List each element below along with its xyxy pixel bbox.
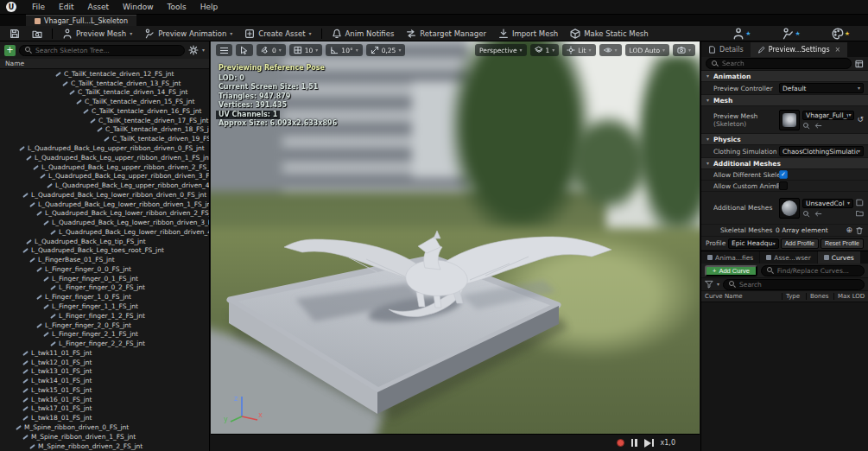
tree-row[interactable]: L_Quadruped_Back_Leg_upper_ribbon_driven… bbox=[0, 143, 209, 153]
skeleton-tree-list[interactable]: C_TailK_tentacle_driven_12_FS_jntC_TailK… bbox=[0, 69, 209, 451]
tab-preview-settings[interactable]: Preview...Settings × bbox=[751, 42, 848, 57]
profile-dropdown[interactable]: Epic Headquarters▾ bbox=[728, 238, 779, 249]
pause-button[interactable] bbox=[631, 439, 637, 447]
tree-settings-gear-icon[interactable] bbox=[188, 45, 199, 55]
tree-row[interactable]: L_Finger_finger_2_2_FS_jnt bbox=[0, 339, 209, 348]
tree-row[interactable]: L_twk11_01_FS_jnt bbox=[0, 348, 209, 358]
tree-row[interactable]: L_twk13_01_FS_jnt bbox=[0, 367, 209, 377]
preview-mesh-dropdown[interactable]: Vhagar_Full_v000▾ bbox=[802, 111, 854, 120]
skeleton-tree-search[interactable] bbox=[19, 45, 185, 56]
section-physics[interactable]: ▾Physics bbox=[701, 134, 868, 145]
browse-asset-icon[interactable] bbox=[802, 122, 810, 130]
play-forward-button[interactable] bbox=[644, 439, 654, 448]
trash-icon[interactable] bbox=[855, 226, 864, 235]
reset-to-default-icon[interactable]: ↺ bbox=[857, 116, 864, 124]
tree-row[interactable]: C_TailK_tentacle_driven_15_FS_jnt bbox=[0, 97, 209, 106]
find-replace-curves-search[interactable] bbox=[761, 265, 865, 276]
preview-mesh-favorite-button[interactable]: ★ bbox=[728, 26, 755, 41]
tree-row[interactable]: C_TailK_tentacle_driven_13_FS_jnt bbox=[0, 79, 209, 88]
tree-row[interactable]: L_Finger_finger_0_1_FS_jnt bbox=[0, 274, 209, 283]
viewport-3d-scene[interactable]: 0 ▾ 10 ▾ 10° ▾ 0,25 bbox=[211, 41, 700, 434]
tree-row[interactable]: L_Quadruped_Back_Leg_lower_ribbon_driven… bbox=[0, 200, 209, 209]
tree-row[interactable]: L_Quadruped_Back_Leg_lower_ribbon_driven… bbox=[0, 208, 209, 218]
save-button[interactable] bbox=[5, 27, 24, 41]
find-replace-curves-input[interactable] bbox=[777, 267, 858, 275]
anim-notifies-button[interactable]: Anim Notifies bbox=[327, 27, 399, 41]
menu-item-asset[interactable]: Asset bbox=[81, 1, 117, 13]
record-button[interactable] bbox=[617, 439, 624, 447]
tree-row[interactable]: L_Finger_finger_2_1_FS_jnt bbox=[0, 329, 209, 339]
tree-row[interactable]: M_Spine_ribbon_driven_2_FS_jnt bbox=[0, 441, 209, 451]
tree-row[interactable]: L_Quadruped_Back_Leg_lower_ribbon_driven… bbox=[0, 190, 209, 200]
menu-item-help[interactable]: Help bbox=[193, 1, 225, 13]
reset-profile-button[interactable]: Reset Profile bbox=[820, 238, 864, 249]
playback-speed[interactable]: x1,0 bbox=[661, 439, 675, 447]
tree-row[interactable]: L_twk18_01_FS_jnt bbox=[0, 413, 209, 422]
browse-asset-icon[interactable] bbox=[802, 210, 810, 218]
details-search[interactable] bbox=[706, 58, 852, 69]
retarget-manager-button[interactable]: Retarget Manager bbox=[402, 27, 491, 41]
preview-mesh-button[interactable]: Preview Mesh ▾ bbox=[58, 27, 136, 41]
close-icon[interactable]: × bbox=[835, 46, 841, 54]
column-header-max-lod[interactable]: Max LOD bbox=[833, 293, 868, 300]
tree-row[interactable]: L_Quadruped_Back_Leg_tip_FS_jnt bbox=[0, 237, 209, 246]
additional-meshes-dropdown[interactable]: UnsavedCol▾ bbox=[802, 199, 853, 208]
unreal-engine-logo-icon[interactable]: U bbox=[6, 2, 16, 12]
tree-row[interactable]: L_Finger_finger_0_0_FS_jnt bbox=[0, 264, 209, 274]
tree-row[interactable]: L_twk14_01_FS_jnt bbox=[0, 376, 209, 385]
select-tool-button[interactable] bbox=[236, 44, 253, 56]
add-bone-button[interactable]: + bbox=[4, 45, 16, 56]
scale-snap-control[interactable]: 0,25 ▾ bbox=[366, 44, 406, 56]
curves-table-body[interactable] bbox=[701, 302, 868, 451]
lod-auto-selector[interactable]: LOD Auto ▾ bbox=[625, 44, 669, 56]
tree-row[interactable]: L_Quadruped_Back_Leg_lower_ribbon_driven… bbox=[0, 218, 209, 227]
chevron-down-icon[interactable]: ▾ bbox=[717, 282, 719, 287]
skeleton-tree-search-input[interactable] bbox=[35, 47, 179, 54]
tree-row[interactable]: C_TailK_tentacle_driven_12_FS_jnt bbox=[0, 69, 209, 79]
menu-item-window[interactable]: Window bbox=[116, 1, 161, 13]
tree-column-header-name[interactable]: Name bbox=[0, 59, 209, 69]
tree-row[interactable]: L_Quadruped_Back_Leg_upper_ribbon_driven… bbox=[0, 171, 209, 181]
section-animation[interactable]: ▾Animation bbox=[701, 71, 868, 82]
details-search-input[interactable] bbox=[722, 60, 846, 67]
subtab-curves[interactable]: Curves bbox=[818, 251, 860, 264]
section-mesh[interactable]: ▾Mesh bbox=[701, 95, 868, 106]
add-curve-button[interactable]: +Add Curve bbox=[705, 265, 757, 276]
tree-row[interactable]: L_Quadruped_Back_Leg_upper_ribbon_driven… bbox=[0, 153, 209, 162]
make-static-mesh-button[interactable]: Make Static Mesh bbox=[566, 27, 652, 41]
use-selected-icon[interactable] bbox=[814, 210, 822, 218]
allow-different-skeleton-checkbox[interactable]: ✓ bbox=[779, 170, 788, 179]
folder-icon[interactable] bbox=[856, 209, 864, 217]
clothing-dropdown[interactable]: ChaosClothingSimulation▾ bbox=[779, 146, 864, 156]
tree-row[interactable]: L_Quadruped_Back_Leg_upper_ribbon_driven… bbox=[0, 162, 209, 172]
tree-row[interactable]: C_TailK_tentacle_driven_17_FS_jnt bbox=[0, 116, 209, 125]
rotation-snap-control[interactable]: 10° ▾ bbox=[326, 44, 362, 56]
tree-row[interactable]: M_Spine_ribbon_driven_0_FS_jnt bbox=[0, 422, 209, 432]
menu-item-tools[interactable]: Tools bbox=[161, 1, 193, 13]
import-mesh-button[interactable]: Import Mesh bbox=[494, 27, 562, 41]
tree-row[interactable]: L_twk17_01_FS_jnt bbox=[0, 404, 209, 414]
show-flags-button[interactable]: ▾ bbox=[599, 44, 622, 56]
tree-row[interactable]: L_twk12_01_FS_jnt bbox=[0, 358, 209, 367]
tree-row[interactable]: M_Spine_ribbon_driven_1_FS_jnt bbox=[0, 432, 209, 441]
create-asset-button[interactable]: Create Asset ▾ bbox=[240, 27, 315, 41]
column-header-curve-name[interactable]: Curve Name bbox=[701, 293, 782, 300]
tab-details[interactable]: Details bbox=[701, 42, 751, 57]
camera-speed-control[interactable]: 0 ▾ bbox=[257, 44, 286, 56]
additional-meshes-thumbnail[interactable] bbox=[779, 198, 800, 219]
tree-row[interactable]: L_Finger_finger_1_1_FS_jnt bbox=[0, 302, 209, 311]
tree-row[interactable]: L_twk16_01_FS_jnt bbox=[0, 395, 209, 404]
tree-row[interactable]: L_Quadruped_Back_Leg_lower_ribbon_driven… bbox=[0, 227, 209, 237]
tree-row[interactable]: L_Finger_finger_1_0_FS_jnt bbox=[0, 292, 209, 302]
subtab-anima-fies[interactable]: Anima...fies bbox=[701, 251, 759, 264]
save-asset-icon[interactable] bbox=[856, 199, 864, 206]
preview-animation-button[interactable]: Preview Animation ▾ bbox=[140, 27, 237, 41]
grid-snap-control[interactable]: 10 ▾ bbox=[289, 44, 323, 56]
subtab-asse-wser[interactable]: Asse...wser bbox=[760, 251, 816, 264]
preview-mesh-thumbnail[interactable] bbox=[779, 110, 800, 130]
add-array-element-icon[interactable]: ⊕ bbox=[846, 226, 852, 234]
menu-item-edit[interactable]: Edit bbox=[52, 1, 80, 13]
curves-search[interactable] bbox=[723, 279, 865, 290]
tree-row[interactable]: C_TailK_tentacle_driven_19_FS_jnt bbox=[0, 134, 209, 143]
tree-row[interactable]: L_Quadruped_Back_Leg_toes_root_FS_jnt bbox=[0, 246, 209, 256]
